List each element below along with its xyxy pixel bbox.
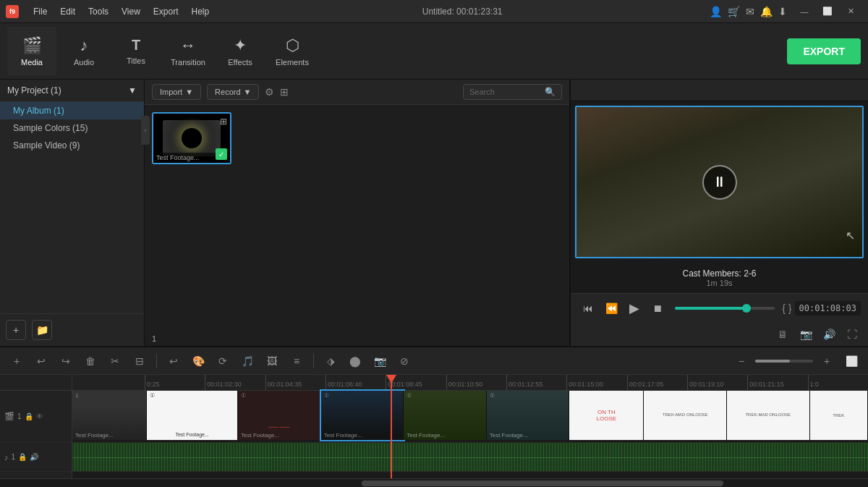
clip-label-1: Test Footage... xyxy=(75,432,114,439)
menu-edit[interactable]: Edit xyxy=(54,4,81,20)
view-toggle-icon[interactable]: ⊞ xyxy=(280,86,289,98)
clip-5[interactable]: ① Test Footage... xyxy=(404,391,487,440)
clip-6[interactable]: ① Test Footage... xyxy=(487,391,570,440)
timeline-ruler[interactable]: 0:25 00:01:02:30 00:01:04:35 00:01:06:40… xyxy=(72,375,868,391)
redo-button[interactable]: ↪ xyxy=(56,352,75,370)
record-button[interactable]: Record ▼ xyxy=(207,84,259,100)
crop-button[interactable]: ⊟ xyxy=(130,352,149,370)
color-button[interactable]: 🎨 xyxy=(189,352,208,370)
ruler-mark-7: 00:01:15:00 xyxy=(566,375,626,390)
export-button[interactable]: EXPORT xyxy=(787,38,861,64)
audio-waveform[interactable] xyxy=(72,443,868,471)
titles-icon: T xyxy=(132,37,140,54)
add-track-button[interactable]: + xyxy=(7,352,26,370)
record-tl-button[interactable]: ⬤ xyxy=(346,352,365,370)
menu-view[interactable]: View xyxy=(116,4,146,20)
preview-progress-bar[interactable] xyxy=(675,307,775,310)
record-dropdown-icon: ▼ xyxy=(244,88,252,96)
volume-button[interactable]: 🔊 xyxy=(820,326,838,343)
preview-stop-button[interactable]: ⏹ xyxy=(647,298,668,318)
preview-video[interactable]: ⏸ ↖ xyxy=(575,106,864,258)
alert-icon[interactable]: 🔔 xyxy=(760,6,773,17)
preview-rewind-button[interactable]: ⏮ xyxy=(578,298,598,318)
toolbar-titles[interactable]: T Titles xyxy=(111,27,161,76)
filter-icon[interactable]: ⚙ xyxy=(265,86,274,98)
toolbar-effects[interactable]: ✦ Effects xyxy=(216,27,265,76)
add-media-button[interactable]: + xyxy=(6,320,26,340)
zoom-slider[interactable] xyxy=(755,360,813,363)
close-button[interactable]: ✕ xyxy=(839,0,862,23)
audio-track-lock[interactable]: 🔒 xyxy=(18,453,27,461)
scrollbar-thumb[interactable] xyxy=(362,480,723,486)
rotate-button[interactable]: ↩ xyxy=(164,352,183,370)
toolbar-audio[interactable]: ♪ Audio xyxy=(59,27,109,76)
video-track-eye[interactable]: 👁 xyxy=(36,412,43,420)
undo-button[interactable]: ↩ xyxy=(32,352,51,370)
media-item-1[interactable]: ⊞ Test Footage... ✓ xyxy=(152,112,231,164)
menu-export[interactable]: Export xyxy=(148,4,184,20)
clip-4[interactable]: ① Test Footage... xyxy=(321,391,404,440)
toolbar-media[interactable]: 🎬 Media xyxy=(7,27,56,76)
toolbar-transition[interactable]: ↔ Transition xyxy=(163,27,213,76)
clip-3[interactable]: —— —— ① Test Footage... xyxy=(238,391,321,440)
out-point-icon[interactable]: } xyxy=(788,302,792,314)
message-icon[interactable]: ✉ xyxy=(746,6,754,17)
detach-audio-button[interactable]: ⊘ xyxy=(395,352,414,370)
preview-prev-button[interactable]: ⏪ xyxy=(601,298,621,318)
image-button[interactable]: 🖼 xyxy=(263,352,281,370)
preview-controls: ⏮ ⏪ ▶ ⏹ { } 00:01:08:03 xyxy=(571,293,868,323)
media-item-check: ✓ xyxy=(216,148,227,160)
project-header[interactable]: My Project (1) ▼ xyxy=(0,80,144,102)
media-item-count: 1 xyxy=(145,331,569,346)
project-panel: My Project (1) ▼ My Album (1) Sample Col… xyxy=(0,80,145,346)
pip-button[interactable]: ⛶ xyxy=(843,326,861,343)
screenshot-button[interactable]: 📷 xyxy=(797,326,814,343)
clip-10[interactable]: TREK ① xyxy=(810,391,868,440)
folder-my-album[interactable]: My Album (1) xyxy=(0,102,144,119)
menu-tools[interactable]: Tools xyxy=(82,4,114,20)
search-icon[interactable]: 🔍 xyxy=(545,87,556,97)
preview-progress-handle[interactable] xyxy=(742,304,751,313)
snapshot-button[interactable]: 📷 xyxy=(370,352,389,370)
cart-icon[interactable]: 🛒 xyxy=(728,6,740,17)
effects-icon: ✦ xyxy=(234,36,247,55)
audio-icon: ♪ xyxy=(80,36,88,55)
preview-pause-button[interactable]: ⏸ xyxy=(702,165,737,200)
clip-1[interactable]: 1 Test Footage... xyxy=(72,391,147,440)
clip-7[interactable]: ON TH LOOSE ① xyxy=(569,391,644,440)
folder-sample-colors[interactable]: Sample Colors (15) xyxy=(0,119,144,137)
cut-button[interactable]: ✂ xyxy=(106,352,124,370)
minimize-button[interactable]: — xyxy=(793,0,816,23)
user-icon[interactable]: 👤 xyxy=(710,6,722,17)
in-point-icon[interactable]: { xyxy=(782,302,786,314)
new-folder-button[interactable]: 📁 xyxy=(32,320,52,340)
clip-9[interactable]: TREK-MAD ONLOOSE ① xyxy=(727,391,810,440)
zoom-out-button[interactable]: − xyxy=(732,352,751,370)
import-button[interactable]: Import ▼ xyxy=(152,84,201,100)
adjust-button[interactable]: ≡ xyxy=(287,352,306,370)
menu-file[interactable]: File xyxy=(27,4,53,20)
audio-track-volume[interactable]: 🔊 xyxy=(30,453,38,461)
clip-2[interactable]: Test Footage... ① xyxy=(147,391,238,440)
mark-in-button[interactable]: ⬗ xyxy=(321,352,340,370)
fullscreen-timeline-button[interactable]: ⬜ xyxy=(842,352,861,370)
panel-collapse-button[interactable]: ‹ xyxy=(141,116,150,145)
stabilize-button[interactable]: ⟳ xyxy=(213,352,232,370)
audio-btn[interactable]: 🎵 xyxy=(238,352,257,370)
toolbar-elements[interactable]: ⬡ Elements xyxy=(268,27,317,76)
video-track-lock[interactable]: 🔒 xyxy=(25,412,33,420)
ruler-mark-9: 00:01:19:10 xyxy=(687,375,747,390)
zoom-in-button[interactable]: + xyxy=(817,352,836,370)
ruler-mark-10: 00:01:21:15 xyxy=(747,375,807,390)
preview-timecode: 00:01:08:03 xyxy=(795,301,861,316)
maximize-button[interactable]: ⬜ xyxy=(816,0,839,23)
search-input[interactable] xyxy=(469,88,542,96)
timeline-scrollbar[interactable] xyxy=(0,478,868,487)
fullscreen-preview-button[interactable]: 🖥 xyxy=(774,326,791,343)
folder-sample-video[interactable]: Sample Video (9) xyxy=(0,137,144,154)
preview-play-button[interactable]: ▶ xyxy=(624,298,644,318)
delete-button[interactable]: 🗑 xyxy=(81,352,100,370)
download-icon[interactable]: ⬇ xyxy=(778,6,787,17)
menu-help[interactable]: Help xyxy=(186,4,216,20)
clip-8[interactable]: TREK-MAD ONLOOSE ① xyxy=(644,391,727,440)
